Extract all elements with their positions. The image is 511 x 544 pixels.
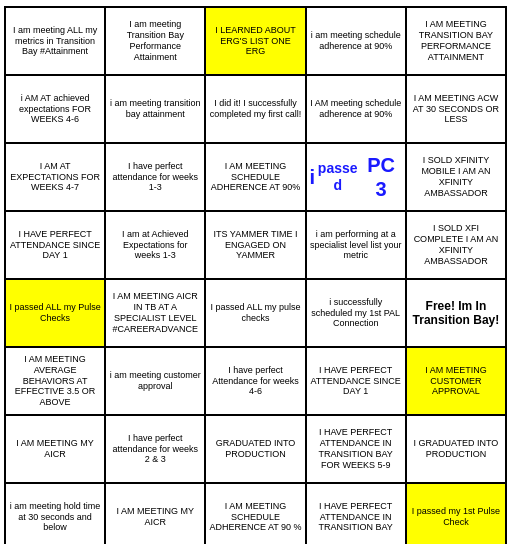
bingo-cell-17: ITS YAMMER TIME I ENGAGED ON YAMMER	[205, 211, 305, 279]
bingo-cell-27: I have perfect Attendance for weeks 4-6	[205, 347, 305, 415]
bingo-cell-16: I am at Achieved Expectations for weeks …	[105, 211, 205, 279]
bingo-cell-31: I have perfect attendance for weeks 2 & …	[105, 415, 205, 483]
bingo-cell-38: I HAVE PERFECT ATTENDANCE IN TRANSITION …	[306, 483, 406, 544]
bingo-cell-0: I am meeting ALL my metrics in Transitio…	[5, 7, 105, 75]
bingo-cell-19: I SOLD XFI COMPLETE I AM AN XFINITY AMBA…	[406, 211, 506, 279]
bingo-cell-37: I AM MEETING SCHEDULE ADHERENCE AT 90 %	[205, 483, 305, 544]
bingo-board: I am meeting ALL my metrics in Transitio…	[0, 0, 511, 544]
bingo-cell-30: I AM MEETING MY AICR	[5, 415, 105, 483]
bingo-cell-7: I did it! I successfully completed my fi…	[205, 75, 305, 143]
bingo-cell-5: i AM AT achieved expectations FOR WEEKS …	[5, 75, 105, 143]
bingo-cell-13: ipassedPC 3	[306, 143, 406, 211]
bingo-cell-6: i am meeting transition bay attainment	[105, 75, 205, 143]
bingo-cell-15: I HAVE PERFECT ATTENDANCE SINCE DAY 1	[5, 211, 105, 279]
bingo-cell-21: I AM MEETING AICR IN TB AT A SPECIALIST …	[105, 279, 205, 347]
bingo-cell-2: I LEARNED ABOUT ERG'S LIST ONE ERG	[205, 7, 305, 75]
bingo-cell-1: I am meeting Transition Bay Performance …	[105, 7, 205, 75]
bingo-cell-36: I AM MEETING MY AICR	[105, 483, 205, 544]
bingo-cell-28: I HAVE PERFECT ATTENDANCE SINCE DAY 1	[306, 347, 406, 415]
bingo-cell-4: I AM MEETING TRANSITION BAY PERFORMANCE …	[406, 7, 506, 75]
bingo-cell-9: I AM MEETING ACW AT 30 SECONDS OR LESS	[406, 75, 506, 143]
bingo-cell-29: I AM MEETING CUSTOMER APPROVAL	[406, 347, 506, 415]
bingo-cell-32: GRADUATED INTO PRODUCTION	[205, 415, 305, 483]
bingo-cell-12: I AM MEETING SCHEDULE ADHERENCE AT 90%	[205, 143, 305, 211]
bingo-cell-20: I passed ALL my Pulse Checks	[5, 279, 105, 347]
bingo-cell-11: I have perfect attendance for weeks 1-3	[105, 143, 205, 211]
bingo-cell-35: i am meeting hold time at 30 seconds and…	[5, 483, 105, 544]
bingo-cell-3: i am meeting schedule adherence at 90%	[306, 7, 406, 75]
bingo-cell-39: I passed my 1st Pulse Check	[406, 483, 506, 544]
bingo-cell-22: I passed ALL my pulse checks	[205, 279, 305, 347]
bingo-cell-34: I GRADUATED INTO PRODUCTION	[406, 415, 506, 483]
bingo-cell-14: I SOLD XFINITY MOBILE I AM AN XFINITY AM…	[406, 143, 506, 211]
bingo-cell-26: i am meeting customer approval	[105, 347, 205, 415]
bingo-cell-25: I AM MEETING AVERAGE BEHAVIORS AT EFFECT…	[5, 347, 105, 415]
bingo-cell-24: Free! Im In Transition Bay!	[406, 279, 506, 347]
bingo-cell-8: I AM meeting schedule adherence at 90%	[306, 75, 406, 143]
bingo-cell-10: I AM AT EXPECTATIONS FOR WEEKS 4-7	[5, 143, 105, 211]
bingo-cell-33: I HAVE PERFECT ATTENDANCE IN TRANSITION …	[306, 415, 406, 483]
bingo-cell-18: i am performing at a specialist level li…	[306, 211, 406, 279]
bingo-grid: I am meeting ALL my metrics in Transitio…	[4, 6, 507, 544]
bingo-cell-23: i successfully scheduled my 1st PAL Conn…	[306, 279, 406, 347]
